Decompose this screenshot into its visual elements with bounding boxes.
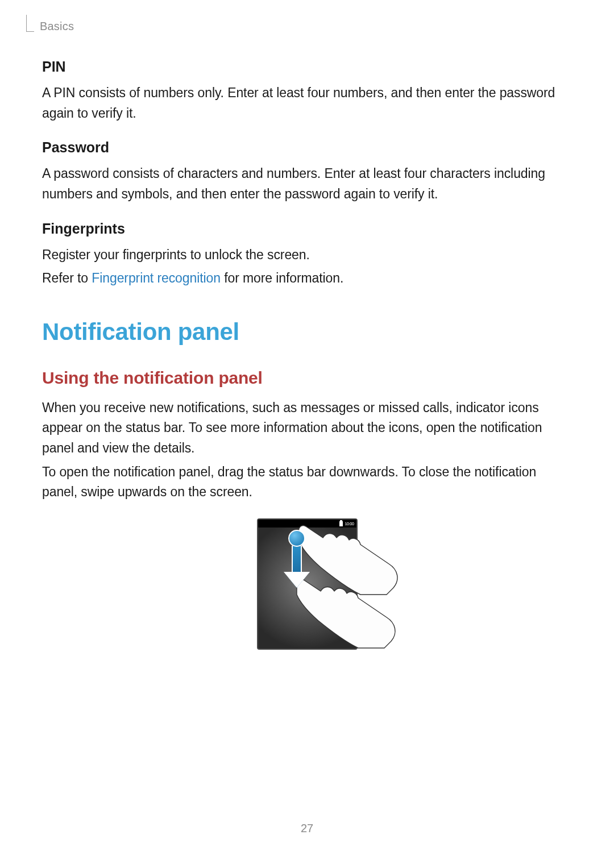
body-notification-para1: When you receive new notifications, such… <box>42 398 572 459</box>
body-fingerprints-line1: Register your fingerprints to unlock the… <box>42 245 572 265</box>
arrow-shaft <box>292 546 302 575</box>
swipe-arrow <box>288 530 305 547</box>
page-number: 27 <box>0 822 614 835</box>
subheading-using-notification-panel: Using the notification panel <box>42 368 572 388</box>
body-pin: A PIN consists of numbers only. Enter at… <box>42 83 572 123</box>
body-fingerprints-refer: Refer to Fingerprint recognition for mor… <box>42 268 572 289</box>
breadcrumb: Basics <box>40 20 74 33</box>
heading-password: Password <box>42 139 572 156</box>
link-fingerprint-recognition[interactable]: Fingerprint recognition <box>92 271 221 285</box>
heading-pin: PIN <box>42 59 572 75</box>
touch-point-icon <box>288 530 305 547</box>
body-notification-para2: To open the notification panel, drag the… <box>42 462 572 502</box>
refer-prefix: Refer to <box>42 271 92 285</box>
page-content: PIN A PIN consists of numbers only. Ente… <box>42 59 572 650</box>
device-frame: 10:00 <box>257 518 358 650</box>
refer-suffix: for more information. <box>221 271 343 285</box>
heading-notification-panel: Notification panel <box>42 318 572 346</box>
body-password: A password consists of characters and nu… <box>42 164 572 204</box>
header-corner-mark <box>26 15 34 32</box>
heading-fingerprints: Fingerprints <box>42 221 572 237</box>
arrow-head-icon <box>285 573 309 588</box>
figure-swipe-down: 10:00 <box>42 518 572 650</box>
